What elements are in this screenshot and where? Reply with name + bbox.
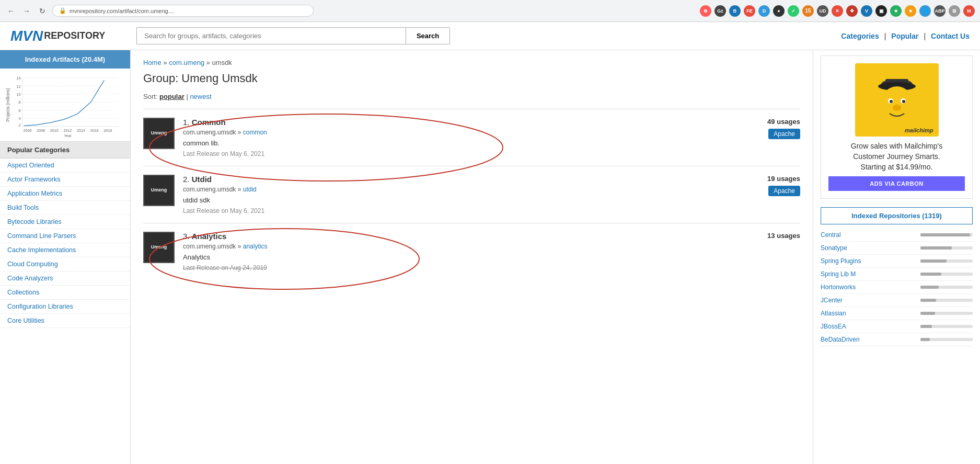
artifact-coords-common: com.umeng.umsdk » common — [183, 129, 759, 136]
page-title: Group: Umeng Umsdk — [143, 72, 800, 85]
artifact-usages-count-analytics: 13 — [767, 232, 775, 240]
artifact-meta-utdid: 19 usages Apache — [767, 175, 800, 196]
artifact-link-analytics[interactable]: analytics — [243, 243, 268, 250]
breadcrumb-com-umeng[interactable]: com.umeng — [169, 59, 204, 66]
artifact-link-utdid[interactable]: utdid — [243, 186, 257, 193]
back-button[interactable]: ← — [5, 5, 17, 17]
artifact-icon-text-utdid: Umeng — [149, 185, 169, 196]
sort-popular[interactable]: popular — [159, 93, 185, 100]
svg-point-36 — [908, 99, 917, 111]
ext-icon-15: ★ — [905, 5, 916, 17]
svg-point-33 — [902, 100, 905, 103]
sort-newest[interactable]: newest — [190, 93, 211, 100]
artifact-num-3: 3. — [183, 232, 192, 241]
sort-bar: Sort: popular | newest — [143, 93, 800, 100]
artifact-card-common: Umeng 1. Common com.umeng.umsdk » common… — [143, 109, 800, 166]
repo-name-central[interactable]: Central — [821, 231, 841, 239]
svg-text:Projects (millions): Projects (millions) — [6, 88, 10, 122]
repo-name-sonatype[interactable]: Sonatype — [821, 244, 847, 252]
repo-bar-container-jcenter — [920, 299, 973, 302]
sidebar-item-cloud-computing[interactable]: Cloud Computing — [0, 257, 130, 271]
artifact-desc-utdid: utdid sdk — [183, 196, 759, 204]
sidebar-item-collections[interactable]: Collections — [0, 286, 130, 300]
artifact-icon-analytics: Umeng — [143, 232, 175, 263]
sidebar-item-build-tools[interactable]: Build Tools — [0, 201, 130, 215]
nav-popular[interactable]: Popular — [891, 32, 918, 40]
sidebar-item-command-line-parsers[interactable]: Command Line Parsers — [0, 229, 130, 243]
breadcrumb-umsdk: umsdk — [212, 59, 232, 66]
repo-name-jcenter[interactable]: JCenter — [821, 297, 843, 304]
sidebar-item-core-utilities[interactable]: Core Utilities — [0, 314, 130, 328]
ext-icon-17: ABP — [934, 5, 946, 17]
repo-name-atlassian[interactable]: Atlassian — [821, 310, 846, 317]
search-button[interactable]: Search — [406, 27, 450, 44]
repo-name-spring-plugins[interactable]: Spring Plugins — [821, 257, 861, 265]
svg-text:2010: 2010 — [50, 129, 59, 133]
repo-bar-central — [920, 233, 970, 236]
svg-point-32 — [890, 100, 893, 103]
sidebar-item-actor-frameworks[interactable]: Actor Frameworks — [0, 173, 130, 187]
repo-item-spring-plugins: Spring Plugins — [821, 255, 973, 268]
breadcrumb: Home » com.umeng » umsdk — [143, 59, 800, 66]
artifact-title-common: 1. Common — [183, 118, 759, 127]
artifact-name-analytics: Analytics — [192, 232, 227, 241]
refresh-button[interactable]: ↻ — [37, 5, 48, 17]
repo-bar-sonatype — [920, 246, 952, 250]
artifact-icon-text-analytics: Umeng — [149, 242, 169, 253]
sidebar-item-code-analyzers[interactable]: Code Analyzers — [0, 271, 130, 286]
svg-text:2018: 2018 — [103, 129, 112, 133]
ads-via-carbon-button[interactable]: ADS VIA CARBON — [828, 176, 965, 191]
svg-text:14: 14 — [16, 76, 20, 81]
ad-box: mailchimp Grow sales with Mailchimp's Cu… — [821, 55, 973, 199]
user-avatar: M — [963, 5, 975, 17]
artifact-info-analytics: 3. Analytics com.umeng.umsdk » analytics… — [183, 232, 759, 271]
forward-button[interactable]: → — [21, 5, 32, 17]
repo-name-jbossea[interactable]: JBossEA — [821, 323, 846, 330]
ext-icon-10: ✕ — [832, 5, 843, 17]
ext-icon-18: ⊞ — [949, 5, 960, 17]
right-sidebar: mailchimp Grow sales with Mailchimp's Cu… — [813, 50, 980, 464]
sidebar-item-aspect-oriented[interactable]: Aspect Oriented — [0, 159, 130, 173]
address-bar[interactable]: 🔒 mvnrepository.com/artifact/com.umeng..… — [52, 5, 314, 17]
search-input[interactable] — [136, 27, 406, 44]
search-container: Search — [136, 27, 450, 44]
sidebar-item-bytecode-libraries[interactable]: Bytecode Libraries — [0, 215, 130, 229]
browser-toolbar-icons: ⊕ Gz B FE D ● ✓ 15 UD ✕ ❖ V ▣ ★ ★ 🌐 ABP … — [700, 5, 975, 17]
sidebar-item-configuration-libraries[interactable]: Configuration Libraries — [0, 300, 130, 314]
ext-icon-7: ✓ — [788, 5, 799, 17]
svg-text:Year: Year — [64, 134, 72, 137]
browser-chrome: ← → ↻ 🔒 mvnrepository.com/artifact/com.u… — [0, 0, 980, 22]
nav-contact-us[interactable]: Contact Us — [931, 32, 970, 40]
popular-categories-header: Popular Categories — [0, 142, 130, 159]
nav-categories[interactable]: Categories — [841, 32, 879, 40]
logo-repository: REPOSITORY — [44, 30, 105, 41]
repo-item-central: Central — [821, 229, 973, 242]
breadcrumb-sep-1: » — [163, 59, 169, 66]
ad-title-line2: Customer Journey Smarts. — [828, 152, 965, 161]
sidebar-item-cache-implementations[interactable]: Cache Implementations — [0, 243, 130, 257]
ext-icon-1: ⊕ — [700, 5, 711, 17]
repo-bar-jcenter — [920, 299, 936, 302]
content-area: Home » com.umeng » umsdk Group: Umeng Um… — [131, 50, 813, 464]
sidebar-item-application-metrics[interactable]: Application Metrics — [0, 187, 130, 201]
repo-bar-container-central — [920, 233, 973, 236]
breadcrumb-home[interactable]: Home — [143, 59, 162, 66]
ext-icon-8: 15 — [802, 5, 814, 17]
repo-name-spring-lib-m[interactable]: Spring Lib M — [821, 270, 856, 278]
artifact-icon-text: Umeng — [149, 128, 169, 139]
logo[interactable]: MVN REPOSITORY — [10, 28, 105, 44]
artifact-info-common: 1. Common com.umeng.umsdk » common commo… — [183, 118, 759, 157]
ext-icon-13: ▣ — [875, 5, 887, 17]
artifact-card: Umeng 3. Analytics com.umeng.umsdk » ana… — [143, 223, 800, 280]
artifact-link-common[interactable]: common — [243, 129, 267, 136]
repo-bar-container-sonatype — [920, 246, 973, 250]
repo-name-bedatadriven[interactable]: BeDataDriven — [821, 336, 860, 343]
artifact-date-analytics: Last Release on Aug 24, 2019 — [183, 264, 759, 271]
breadcrumb-sep-2: » — [206, 59, 212, 66]
ext-icon-2: Gz — [714, 5, 726, 17]
artifact-card-utdid: Umeng 2. Utdid com.umeng.umsdk » utdid u… — [143, 166, 800, 223]
artifact-icon-utdid: Umeng — [143, 175, 175, 206]
sort-label: Sort: — [143, 93, 157, 100]
repo-name-hortonworks[interactable]: Hortonworks — [821, 284, 856, 291]
mailchimp-logo — [866, 69, 928, 131]
